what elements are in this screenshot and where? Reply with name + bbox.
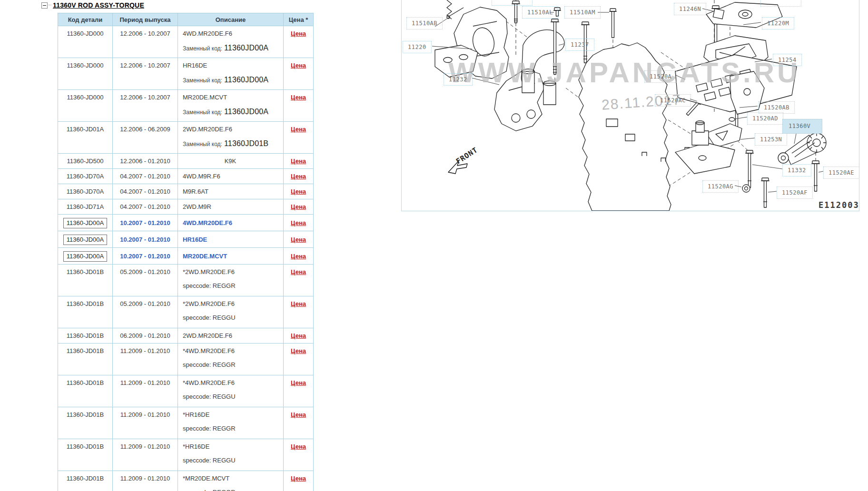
- section-title-link[interactable]: 11360V ROD ASSY-TORQUE: [53, 1, 144, 9]
- price-link[interactable]: Цена: [291, 443, 306, 450]
- period-cell: 12.2006 - 10.2007: [113, 58, 178, 90]
- part-label-cutoff[interactable]: [492, 0, 533, 6]
- header-price: Цена *: [284, 13, 314, 26]
- description-cell: *HR16DE speccode: REGGR: [178, 407, 284, 439]
- part-label[interactable]: 11520A: [644, 70, 677, 83]
- drawing-code: E112003Z: [819, 200, 859, 210]
- description-cell: MR20DE.MCVT: [178, 248, 284, 265]
- part-label[interactable]: 11254: [773, 54, 802, 66]
- price-link[interactable]: Цена: [291, 94, 306, 101]
- price-link[interactable]: Цена: [291, 188, 306, 195]
- part-label[interactable]: 11510AM: [564, 6, 601, 19]
- price-link[interactable]: Цена: [291, 475, 306, 482]
- table-header-row: Код детали Период выпуска Описание Цена …: [58, 13, 314, 26]
- desc-text: *HR16DE: [183, 412, 283, 418]
- replaced-code-label: Заменный код:: [183, 45, 222, 52]
- part-code-cell: 11360-JD70A: [58, 169, 113, 184]
- price-link[interactable]: Цена: [291, 173, 306, 180]
- speccode-text: speccode: REGGU: [183, 393, 236, 400]
- price-link[interactable]: Цена: [291, 30, 306, 37]
- part-label[interactable]: 11220M: [762, 17, 794, 29]
- part-code-cell: 11360-JD01B: [58, 375, 113, 407]
- description-cell: 2WD.MR20DE.F6 Заменный код:11360JD01B: [178, 122, 284, 154]
- price-link[interactable]: Цена: [291, 236, 306, 243]
- part-label-cutoff[interactable]: [760, 0, 801, 7]
- parts-table: Код детали Период выпуска Описание Цена …: [58, 13, 314, 491]
- part-label-selected[interactable]: 11360V: [782, 119, 822, 134]
- breadcrumb: 11360V ROD ASSY-TORQUE: [41, 1, 144, 9]
- price-link[interactable]: Цена: [291, 300, 306, 307]
- period-cell: 11.2009 - 01.2010: [113, 439, 178, 471]
- period-cell: 12.2006 - 06.2009: [113, 122, 178, 154]
- part-label[interactable]: 11246N: [674, 3, 706, 15]
- table-row: 11360-JD70A 04.2007 - 01.2010 M9R.6AT Це…: [58, 184, 314, 199]
- price-link[interactable]: Цена: [291, 126, 306, 133]
- period-cell: 05.2009 - 01.2010: [113, 265, 178, 296]
- period-cell: 06.2009 - 01.2010: [113, 328, 178, 344]
- description-cell: HR16DE Заменный код:11360JD00A: [178, 58, 284, 90]
- replaced-code-value: 11360JD00A: [224, 76, 268, 84]
- header-description: Описание: [178, 13, 284, 26]
- period-cell: 12.2006 - 10.2007: [113, 26, 178, 58]
- part-label[interactable]: 11520AD: [747, 112, 783, 125]
- desc-text: *4WD.MR20DE.F6: [183, 380, 283, 386]
- part-label[interactable]: 11232: [444, 73, 473, 86]
- minus-glyph: [43, 5, 46, 6]
- table-row: 11360-JD000 12.2006 - 10.2007 HR16DE Зам…: [58, 58, 314, 90]
- price-link[interactable]: Цена: [291, 62, 306, 69]
- part-code-cell: 11360-JD01B: [58, 344, 113, 375]
- period-cell: 11.2009 - 01.2010: [113, 407, 178, 439]
- price-link[interactable]: Цена: [291, 219, 306, 226]
- period-cell: 04.2007 - 01.2010: [113, 169, 178, 184]
- price-link[interactable]: Цена: [291, 157, 306, 165]
- part-label[interactable]: 11253N: [755, 133, 787, 146]
- part-label[interactable]: 11520AC: [655, 94, 691, 107]
- desc-text: *MR20DE.MCVT: [183, 475, 283, 481]
- price-cell: Цена: [284, 328, 314, 344]
- description-cell: *2WD.MR20DE.F6 speccode: REGGU: [178, 296, 284, 328]
- description-cell: 4WD.M9R.F6: [178, 169, 284, 184]
- price-link[interactable]: Цена: [291, 411, 306, 418]
- part-code-cell: 11360-JD71A: [58, 199, 113, 215]
- part-label[interactable]: 11520AG: [702, 180, 739, 193]
- price-link[interactable]: Цена: [291, 379, 306, 386]
- description-cell: *4WD.MR20DE.F6 speccode: REGGR: [178, 344, 284, 375]
- price-cell: Цена: [284, 265, 314, 296]
- desc-text: MR20DE.MCVT: [183, 253, 227, 260]
- period-cell: 04.2007 - 01.2010: [113, 199, 178, 215]
- part-label[interactable]: 11220: [403, 41, 432, 53]
- part-label[interactable]: 11520AF: [777, 187, 813, 199]
- desc-text: 4WD.MR20DE.F6: [183, 219, 232, 226]
- part-label[interactable]: 11510AB: [406, 17, 443, 29]
- collapse-icon[interactable]: [41, 2, 48, 9]
- price-link[interactable]: Цена: [291, 332, 306, 339]
- part-label[interactable]: 11332: [782, 164, 811, 177]
- part-code-cell: 11360-JD000: [58, 26, 113, 58]
- price-link[interactable]: Цена: [291, 253, 306, 260]
- speccode-text: speccode: REGGR: [183, 489, 236, 491]
- period-cell: 11.2009 - 01.2010: [113, 471, 178, 491]
- part-label[interactable]: 11510AL: [522, 6, 558, 19]
- price-link[interactable]: Цена: [291, 268, 306, 275]
- description-cell: K9K: [178, 154, 284, 169]
- table-row: 11360-JD01B 05.2009 - 01.2010 *2WD.MR20D…: [58, 265, 314, 296]
- description-cell: MR20DE.MCVT Заменный код:11360JD00A: [178, 90, 284, 122]
- desc-text: 2WD.MR20DE.F6: [183, 126, 283, 132]
- part-code-cell: 11360-JD70A: [58, 184, 113, 199]
- table-row: 11360-JD01B 11.2009 - 01.2010 *4WD.MR20D…: [58, 344, 314, 375]
- price-cell: Цена: [284, 296, 314, 328]
- period-cell: 12.2006 - 01.2010: [113, 154, 178, 169]
- price-link[interactable]: Цена: [291, 203, 306, 210]
- price-link[interactable]: Цена: [291, 347, 306, 354]
- description-cell: *HR16DE speccode: REGGU: [178, 439, 284, 471]
- period-cell: 10.2007 - 01.2010: [113, 215, 178, 231]
- part-label[interactable]: 11520AE: [823, 167, 859, 179]
- price-cell: Цена: [284, 215, 314, 231]
- price-cell: Цена: [284, 184, 314, 199]
- part-label[interactable]: 11237: [565, 39, 594, 51]
- period-cell: 12.2006 - 10.2007: [113, 90, 178, 122]
- part-code-cell: 11360-JD01B: [58, 328, 113, 344]
- price-cell: Цена: [284, 122, 314, 154]
- description-cell: 4WD.MR20DE.F6: [178, 215, 284, 231]
- part-code-cell: 11360-JD500: [58, 154, 113, 169]
